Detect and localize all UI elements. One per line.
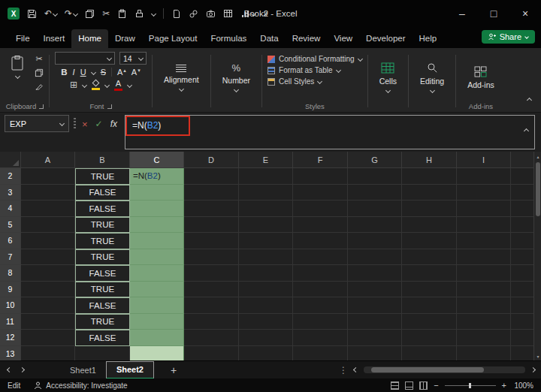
cell-G8[interactable] [348,265,402,282]
ribbon-tab[interactable]: Help [413,29,444,48]
column-header[interactable]: G [348,152,402,168]
cell-I3[interactable] [457,185,511,201]
normal-view-icon[interactable] [391,381,399,390]
ribbon-tab[interactable]: Data [253,29,285,48]
ribbon-tab[interactable]: Home [71,29,108,48]
ribbon-tab[interactable]: Developer [359,29,412,48]
cell-A13[interactable] [21,346,75,361]
cell-A5[interactable] [21,217,75,234]
cell-E9[interactable] [239,282,293,298]
close-button[interactable]: × [509,0,541,27]
sheet-tab[interactable]: Sheet1 [60,361,106,379]
cell-H4[interactable] [402,201,457,217]
cell-B10[interactable]: FALSE [75,297,130,314]
row-header[interactable]: 8 [0,265,21,282]
underline-button[interactable]: U [80,68,86,77]
cell-H5[interactable] [402,217,457,234]
column-header[interactable]: E [239,152,293,168]
cell-B12[interactable]: FALSE [75,330,130,346]
ribbon-tab[interactable]: Page Layout [142,29,204,48]
cell-G6[interactable] [348,233,402,249]
row-header[interactable]: 12 [0,330,21,346]
new-document-icon[interactable] [171,8,181,20]
cell-F12[interactable] [293,330,348,346]
formula-input[interactable]: =N(B2) [125,115,535,149]
zoom-in-button[interactable]: + [502,381,506,390]
cell-E5[interactable] [239,217,293,234]
cell-B3[interactable]: FALSE [75,185,130,201]
select-all-corner[interactable] [0,152,21,168]
cell-F7[interactable] [293,249,348,266]
cell-F8[interactable] [293,265,348,282]
row-header[interactable]: 13 [0,346,21,361]
row-header[interactable]: 11 [0,314,21,330]
decrease-font-size-button[interactable]: A▾ [131,68,141,77]
cell-A6[interactable] [21,233,75,249]
cell-D10[interactable] [184,297,239,314]
cell-F10[interactable] [293,297,348,314]
save-icon[interactable] [27,8,37,20]
cell-I4[interactable] [457,201,511,217]
column-header[interactable]: D [184,152,239,168]
dialog-launcher-icon[interactable] [39,104,44,109]
cell-F5[interactable] [293,217,348,234]
cell-I6[interactable] [457,233,511,249]
bold-button[interactable]: B [61,68,67,77]
borders-button[interactable]: ⊞ [70,80,77,89]
cell-H2[interactable] [402,168,457,185]
column-header[interactable]: A [21,152,75,168]
cut-icon[interactable]: ✂ [102,8,110,20]
cell-C3[interactable] [130,185,184,201]
cell-C4[interactable] [130,201,184,217]
zoom-slider-thumb[interactable] [469,383,471,388]
next-sheet-icon[interactable] [20,367,25,372]
row-header[interactable]: 3 [0,185,21,201]
cell-A2[interactable] [21,168,75,185]
cell-A7[interactable] [21,249,75,266]
cell-H10[interactable] [402,297,457,314]
cell-D5[interactable] [184,217,239,234]
copy-icon[interactable] [85,8,95,20]
name-box[interactable]: EXP [5,115,69,132]
scroll-up-icon[interactable]: ▴ [534,152,541,161]
link-icon[interactable] [189,8,198,20]
column-header[interactable]: B [75,152,130,168]
cell-B6[interactable]: TRUE [75,233,130,249]
undo-icon[interactable]: ↶ [44,8,57,20]
cell-G12[interactable] [348,330,402,346]
cell-D4[interactable] [184,201,239,217]
cell-G10[interactable] [348,297,402,314]
fill-color-button[interactable] [92,80,100,90]
cell-G2[interactable] [348,168,402,185]
maximize-button[interactable]: □ [478,0,509,27]
row-header[interactable]: 6 [0,233,21,249]
cell-A8[interactable] [21,265,75,282]
cell-H8[interactable] [402,265,457,282]
zoom-out-button[interactable]: − [434,381,438,390]
cut-icon[interactable]: ✂ [35,54,42,64]
cell-G5[interactable] [348,217,402,234]
cell-I5[interactable] [457,217,511,234]
cell-F4[interactable] [293,201,348,217]
font-color-button[interactable]: A [114,79,122,91]
cell-E6[interactable] [239,233,293,249]
previous-sheet-icon[interactable] [7,367,12,372]
cell-F3[interactable] [293,185,348,201]
paste-icon[interactable] [117,8,127,20]
cancel-button[interactable]: × [82,119,88,130]
print-icon[interactable] [134,8,144,20]
column-header[interactable]: F [293,152,348,168]
cells-button[interactable]: Cells [373,52,403,100]
cell-D3[interactable] [184,185,239,201]
cell-C13[interactable] [130,346,184,361]
camera-icon[interactable] [206,8,216,20]
cell-B8[interactable]: FALSE [75,265,130,282]
cell-A9[interactable] [21,282,75,298]
ribbon-tab[interactable]: Draw [108,29,142,48]
share-button[interactable]: Share [482,30,535,44]
font-name-select[interactable] [55,52,115,65]
cell-F13[interactable] [293,346,348,361]
ribbon-tab[interactable]: Insert [37,29,72,48]
cell-G11[interactable] [348,314,402,330]
cell-D11[interactable] [184,314,239,330]
